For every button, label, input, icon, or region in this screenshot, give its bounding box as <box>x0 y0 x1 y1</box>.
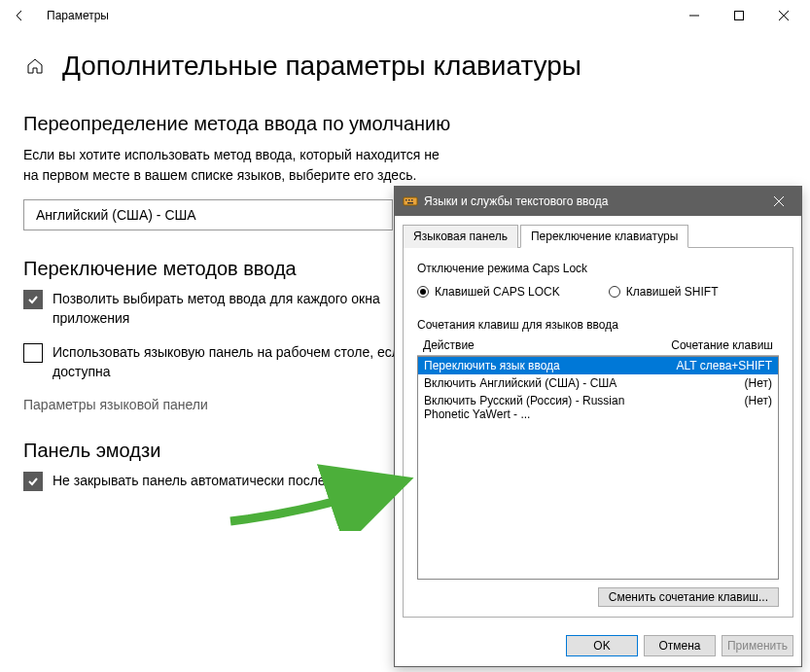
override-desc: Если вы хотите использовать метод ввода,… <box>23 145 451 186</box>
hotkeys-table[interactable]: Переключить язык ввода ALT слева+SHIFT В… <box>417 356 779 580</box>
table-row[interactable]: Включить Русский (Россия) - Russian Phon… <box>418 392 778 423</box>
back-button[interactable] <box>4 0 35 31</box>
ok-button[interactable]: OK <box>566 635 638 656</box>
page-title: Дополнительные параметры клавиатуры <box>62 51 581 82</box>
dialog-close-button[interactable] <box>764 187 793 216</box>
close-button[interactable] <box>761 0 806 31</box>
per-app-checkbox[interactable] <box>23 290 43 309</box>
tab-language-panel[interactable]: Языковая панель <box>403 225 518 248</box>
svg-rect-6 <box>408 199 410 201</box>
dialog-title: Языки и службы текстового ввода <box>424 195 608 208</box>
arrow-left-icon <box>13 9 26 22</box>
radio-shift[interactable]: Клавишей SHIFT <box>609 285 719 299</box>
svg-rect-4 <box>404 197 417 205</box>
emoji-label: Не закрывать панель автоматически после … <box>53 472 415 491</box>
svg-rect-7 <box>411 199 413 201</box>
hotkeys-group-label: Сочетания клавиш для языков ввода <box>417 318 779 332</box>
table-row[interactable]: Переключить язык ввода ALT слева+SHIFT <box>418 357 778 374</box>
window-title: Параметры <box>47 9 109 22</box>
cancel-button[interactable]: Отмена <box>644 635 716 656</box>
default-input-dropdown[interactable]: Английский (США) - США <box>23 199 393 230</box>
radio-icon <box>609 286 620 298</box>
keyboard-icon <box>403 194 418 209</box>
titlebar: Параметры <box>0 0 810 31</box>
col-action: Действие <box>423 338 661 352</box>
per-app-label: Позволить выбирать метод ввода для каждо… <box>53 290 441 328</box>
radio-capslock-label: Клавишей CAPS LOCK <box>435 285 560 299</box>
tab-keyboard-switch[interactable]: Переключение клавиатуры <box>520 225 688 248</box>
capslock-group-label: Отключение режима Caps Lock <box>417 262 779 275</box>
override-heading: Переопределение метода ввода по умолчани… <box>23 113 787 135</box>
check-icon <box>26 293 40 306</box>
col-combo: Сочетание клавиш <box>661 338 773 352</box>
check-icon <box>26 475 40 488</box>
svg-rect-1 <box>735 12 744 20</box>
change-hotkey-button[interactable]: Сменить сочетание клавиш... <box>598 587 779 607</box>
langbar-label: Использовать языковую панель на рабочем … <box>53 343 441 381</box>
table-row[interactable]: Включить Английский (США) - США (Нет) <box>418 374 778 392</box>
radio-capslock[interactable]: Клавишей CAPS LOCK <box>417 285 560 299</box>
text-services-dialog: Языки и службы текстового ввода Языковая… <box>394 186 802 667</box>
svg-rect-8 <box>407 202 413 204</box>
maximize-button[interactable] <box>717 0 761 31</box>
langbar-checkbox[interactable] <box>23 343 43 363</box>
emoji-checkbox[interactable] <box>23 472 43 491</box>
home-icon[interactable] <box>23 54 47 78</box>
dialog-titlebar[interactable]: Языки и службы текстового ввода <box>395 187 801 216</box>
svg-rect-5 <box>405 199 407 201</box>
apply-button: Применить <box>722 635 793 656</box>
minimize-button[interactable] <box>672 0 717 31</box>
radio-shift-label: Клавишей SHIFT <box>626 285 719 299</box>
table-header: Действие Сочетание клавиш <box>417 336 779 356</box>
radio-icon <box>417 286 429 298</box>
close-icon <box>774 196 784 206</box>
